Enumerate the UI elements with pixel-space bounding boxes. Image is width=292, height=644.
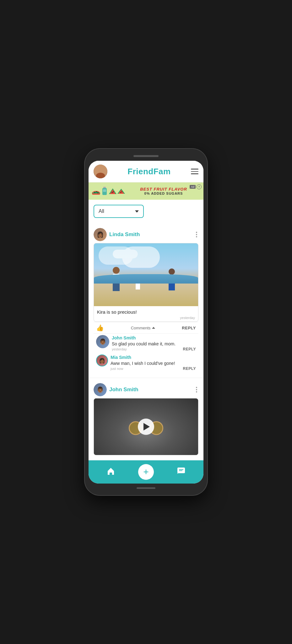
ad-banner: Best Fruit Flavor 0% Added Sugars Ad ? xyxy=(89,182,203,200)
john-comment-text: So glad you could make it, mom. xyxy=(112,341,196,346)
phone-notch xyxy=(133,155,159,157)
home-nav-button[interactable] xyxy=(106,467,115,478)
comment-content-2: Mia Smith Aww man, I wish I could've gon… xyxy=(111,354,196,371)
figure-baby xyxy=(135,276,141,290)
svg-rect-7 xyxy=(103,189,106,192)
svg-point-11 xyxy=(122,191,122,192)
post-actions-1: 👍 Comments REPLY xyxy=(94,322,198,333)
reply-button-1[interactable]: REPLY xyxy=(182,326,196,330)
post-caption-1: Kira is so precious! xyxy=(94,306,198,316)
phone-bottom-bar xyxy=(137,487,155,489)
more-dot-3 xyxy=(196,236,197,237)
john-avatar-face: 👨🏾 xyxy=(96,335,109,348)
ad-fruits xyxy=(92,186,125,196)
post-author-1: 👩🏾 Linda Smith xyxy=(94,228,140,241)
plus-icon: + xyxy=(143,467,149,477)
app-title: FriendFam xyxy=(127,167,170,176)
dad-head xyxy=(113,267,120,274)
cat-video-post xyxy=(94,398,198,455)
hamburger-line-3 xyxy=(191,173,198,174)
more-dot-1 xyxy=(196,232,197,233)
ad-main-text: Best Fruit Flavor xyxy=(127,187,200,192)
phone-shell: FriendFam xyxy=(85,149,207,495)
more-dot-6 xyxy=(196,391,197,392)
comment-content-1: John Smith So glad you could make it, mo… xyxy=(112,335,196,351)
post-card-2: 👨🏾 John Smith xyxy=(94,381,198,455)
juice-bottle-icon xyxy=(101,186,108,196)
ad-help-button[interactable]: ? xyxy=(197,184,202,189)
more-dot-5 xyxy=(196,389,197,390)
post-more-menu-2[interactable] xyxy=(195,386,198,394)
feed: 👩🏾 Linda Smith xyxy=(89,220,203,458)
post-timestamp-1: yesterday xyxy=(94,316,198,322)
ad-label: Ad xyxy=(190,185,196,189)
watermelon-icon-3 xyxy=(117,188,125,194)
filter-dropdown[interactable]: All xyxy=(94,205,144,218)
comments-section-1: 👨🏾 John Smith So glad you could make it,… xyxy=(94,333,198,376)
mom-body xyxy=(169,275,175,290)
linda-author-name[interactable]: Linda Smith xyxy=(109,231,140,238)
comment-2: 👩🏾 Mia Smith Aww man, I wish I could've … xyxy=(96,354,196,371)
post-more-menu-1[interactable] xyxy=(195,230,198,239)
mia-comment-text: Aww man, I wish I could've gone! xyxy=(111,361,196,366)
watermelon-icon-1 xyxy=(92,188,100,195)
comment-meta-2: just now REPLY xyxy=(111,366,196,371)
ad-text-block: Best Fruit Flavor 0% Added Sugars xyxy=(127,187,200,195)
svg-point-4 xyxy=(98,192,99,193)
comments-label-1: Comments xyxy=(131,326,151,330)
ad-badge: Ad ? xyxy=(190,184,202,189)
mom-head xyxy=(169,268,175,275)
comments-button-1[interactable]: Comments xyxy=(131,326,155,330)
user-avatar[interactable] xyxy=(94,165,107,178)
svg-point-8 xyxy=(112,192,113,193)
john-post-avatar[interactable]: 👨🏾 xyxy=(94,383,107,396)
baby-head xyxy=(135,276,140,281)
filter-label: All xyxy=(99,208,104,214)
post-author-2: 👨🏾 John Smith xyxy=(94,383,138,396)
beach-photo[interactable]: Kira is so precious! yesterday xyxy=(94,243,198,322)
john-comment-avatar[interactable]: 👨🏾 xyxy=(96,335,109,351)
svg-point-2 xyxy=(95,192,95,193)
john-comment-name[interactable]: John Smith xyxy=(112,335,136,340)
post-divider xyxy=(89,378,203,378)
chevron-down-icon xyxy=(135,210,139,213)
play-triangle-icon xyxy=(143,423,150,430)
dad-body xyxy=(113,274,120,291)
home-icon xyxy=(106,467,115,475)
comment-1: 👨🏾 John Smith So glad you could make it,… xyxy=(96,335,196,351)
cat-video-thumbnail[interactable] xyxy=(94,398,198,455)
app-header: FriendFam xyxy=(89,161,203,182)
chevron-up-icon xyxy=(152,327,155,329)
figure-dad xyxy=(111,267,121,292)
svg-rect-5 xyxy=(103,187,106,188)
like-button-1[interactable]: 👍 xyxy=(96,324,104,332)
play-button[interactable] xyxy=(138,419,154,435)
post-card-1: 👩🏾 Linda Smith xyxy=(94,225,198,376)
figure-mom xyxy=(167,268,176,292)
hamburger-line-1 xyxy=(191,169,198,170)
messages-icon xyxy=(177,467,186,475)
more-dot-2 xyxy=(196,234,197,235)
mia-comment-name[interactable]: Mia Smith xyxy=(111,355,131,360)
svg-point-10 xyxy=(120,192,121,192)
john-reply-btn[interactable]: REPLY xyxy=(183,347,196,351)
avatar-face xyxy=(94,165,107,178)
filter-bar: All xyxy=(89,200,203,220)
thumbs-up-icon: 👍 xyxy=(96,324,104,332)
watermelon-icon-2 xyxy=(109,188,117,195)
mia-comment-avatar[interactable]: 👩🏾 xyxy=(96,354,108,371)
post-header-1: 👩🏾 Linda Smith xyxy=(94,225,198,243)
baby-body xyxy=(136,281,140,290)
bottom-nav: + xyxy=(89,460,203,484)
comment-meta-1: yesterday REPLY xyxy=(112,347,196,351)
svg-point-9 xyxy=(113,191,114,192)
messages-nav-button[interactable] xyxy=(177,467,186,477)
mia-reply-btn[interactable]: REPLY xyxy=(183,366,196,371)
menu-button[interactable] xyxy=(191,169,198,174)
john-post-avatar-face: 👨🏾 xyxy=(94,383,107,396)
john-comment-time: yesterday xyxy=(112,347,127,351)
john-post-author-name[interactable]: John Smith xyxy=(109,387,138,393)
post-header-2: 👨🏾 John Smith xyxy=(94,381,198,398)
linda-avatar[interactable]: 👩🏾 xyxy=(94,228,107,241)
add-post-button[interactable]: + xyxy=(138,464,154,480)
